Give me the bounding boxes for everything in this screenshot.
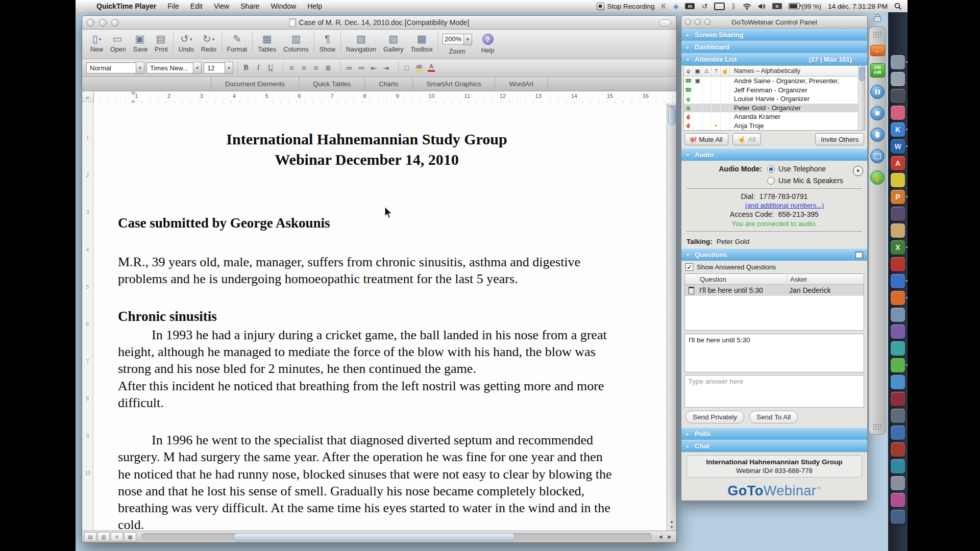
dock-icon[interactable]	[891, 55, 905, 69]
section-questions[interactable]: ▾ Questions	[681, 248, 867, 261]
dock-icon[interactable]	[891, 106, 905, 120]
zoom-button[interactable]	[111, 19, 119, 27]
give-mouse-button[interactable]	[870, 128, 885, 142]
menu-item[interactable]: Edit	[185, 2, 208, 10]
dock-icon[interactable]	[891, 476, 905, 490]
document-page[interactable]: International Hahnemannian Study Group W…	[93, 103, 667, 531]
toolbar-button[interactable]: ✎Format	[224, 32, 251, 53]
asker-column-header[interactable]: Asker	[787, 274, 864, 284]
stop-recording-button[interactable]: Stop Recording	[597, 3, 655, 10]
gallery-tab[interactable]: SmartArt Graphics	[412, 77, 495, 91]
dock-icon[interactable]: P	[891, 190, 905, 204]
format-button[interactable]: U	[264, 62, 277, 73]
attendee-status-column-icon[interactable]: ☝	[721, 66, 730, 76]
attendee-status-column-icon[interactable]: ▣	[693, 66, 702, 76]
horizontal-scroll-thumb[interactable]	[233, 533, 515, 541]
toolbar-button[interactable]: ↺▾Undo	[175, 32, 198, 53]
dock-icon[interactable]	[891, 341, 905, 356]
toolbar-button[interactable]: ¶Show	[316, 32, 339, 53]
scroll-right-arrow[interactable]: ▶	[665, 533, 674, 541]
format-button[interactable]: I	[252, 62, 264, 73]
vertical-scroll-thumb[interactable]	[668, 107, 676, 125]
help-button[interactable]: ?	[482, 34, 494, 45]
dock-icon[interactable]	[891, 442, 905, 457]
attendee-scrollbar[interactable]	[858, 66, 865, 130]
section-dashboard[interactable]: ▸ Dashboard	[681, 41, 867, 53]
unmute-all-button[interactable]: ☝ All	[732, 133, 761, 145]
undock-icon[interactable]	[855, 252, 863, 258]
font-color-button[interactable]: A	[425, 62, 437, 73]
toolbar-button[interactable]: ▭Open	[107, 32, 130, 53]
dock-icon[interactable]	[891, 173, 905, 187]
section-screen-sharing[interactable]: ▸ Screen Sharing	[681, 29, 867, 41]
alignment-button[interactable]: ≣	[322, 62, 334, 73]
gtw-grab-tab[interactable]: ← ONAIR ☝	[869, 27, 886, 435]
dock-icon[interactable]	[891, 274, 905, 288]
dock-icon[interactable]	[891, 89, 905, 103]
dock-icon[interactable]	[891, 493, 905, 507]
view-mode-button[interactable]: ▥	[97, 532, 110, 541]
gallery-tab[interactable]: Charts	[364, 77, 412, 91]
invite-others-button[interactable]: Invite Others	[815, 133, 864, 145]
toolbar-button[interactable]: ▦Tables	[254, 32, 280, 53]
grab-grip[interactable]	[873, 423, 882, 430]
gallery-tab[interactable]: Document Elements	[211, 77, 299, 91]
dock-icon[interactable]	[891, 425, 905, 440]
highlight-button[interactable]: ab	[413, 62, 425, 73]
alignment-button[interactable]: ≡	[298, 62, 310, 73]
dock-icon[interactable]	[891, 392, 905, 406]
change-presenter-button[interactable]	[870, 149, 885, 163]
format-button[interactable]: B	[240, 62, 252, 73]
close-button[interactable]	[87, 19, 94, 27]
menu-item[interactable]: File	[162, 2, 185, 10]
view-mode-button[interactable]: ▤	[84, 532, 96, 541]
send-privately-button[interactable]: Send Privately	[685, 411, 744, 423]
toolbar-button[interactable]: ▯▾New	[87, 32, 107, 53]
use-mic-speakers-radio[interactable]: Use Mic & Speakers	[767, 177, 843, 185]
font-size-combo[interactable]: 12▼	[204, 62, 233, 74]
keyboard-maestro-icon[interactable]: K	[662, 3, 667, 10]
vertical-scroll-arrows[interactable]: ▲▼	[667, 519, 676, 530]
toolbar-button[interactable]: ▩Toolbox	[407, 32, 436, 53]
attendee-row[interactable]: Jeff Feinman - Organizer	[684, 86, 865, 95]
style-combo[interactable]: Normal▼	[86, 62, 144, 74]
menu-item[interactable]: QuickTime Player	[91, 2, 162, 10]
question-row[interactable]: I'll be here until 5:30 Jan Dederick	[685, 285, 864, 296]
zoom-input[interactable]: 200%	[443, 34, 464, 44]
toolbar-button[interactable]: ▨Gallery	[380, 32, 407, 53]
word-title-bar[interactable]: Case of M. R. Dec. 14, 2010.doc [Compati…	[82, 16, 676, 30]
section-polls[interactable]: ▸ Polls	[681, 428, 867, 440]
section-attendee-list[interactable]: ▾ Attendee List (17 | Max 101)	[681, 53, 867, 65]
question-column-header[interactable]: Question	[697, 274, 787, 284]
toolbar-button[interactable]: ▥Columns	[280, 32, 312, 53]
gallery-tab[interactable]: WordArt	[495, 77, 547, 91]
list-indent-button[interactable]: ≔	[343, 62, 355, 73]
toolbar-button[interactable]: ↻▾Redo	[198, 32, 220, 53]
view-mode-button[interactable]: ≡	[111, 532, 123, 541]
questions-table-header[interactable]: Question Asker	[685, 274, 864, 285]
spotlight-icon[interactable]	[894, 3, 901, 10]
attendee-row[interactable]: Ananda Kramer	[684, 112, 865, 121]
menu-bar-clock[interactable]: 14 déc. 7:31:28 PM	[828, 3, 888, 10]
dropbox-icon[interactable]: ◈	[673, 3, 679, 10]
dock-icon[interactable]: K	[891, 122, 905, 137]
toolbar-button[interactable]: ▤Print	[151, 32, 172, 53]
attendee-row[interactable]: Peter Gold - Organizer	[684, 104, 865, 113]
gallery-tab[interactable]: Quick Tables	[299, 77, 364, 91]
volume-icon[interactable]	[758, 3, 766, 10]
attendee-status-column-icon[interactable]: ψ	[684, 66, 693, 76]
time-machine-icon[interactable]: ↺	[701, 3, 707, 10]
attendee-row[interactable]: Louise Harvie - Organizer	[684, 94, 865, 104]
mute-all-button[interactable]: ψ/ Mute All	[684, 133, 728, 145]
dock-icon[interactable]	[891, 459, 905, 473]
raise-hand-button[interactable]: ☝	[870, 170, 885, 185]
show-answered-checkbox[interactable]: ✓	[685, 263, 693, 271]
list-indent-button[interactable]: ≕	[355, 62, 368, 73]
view-mode-button[interactable]: ▦	[124, 532, 136, 541]
horizontal-ruler[interactable]: 12345678910111213141516	[94, 91, 676, 104]
borders-button[interactable]: □	[401, 62, 413, 73]
dock-icon[interactable]: W	[891, 139, 905, 154]
use-telephone-radio[interactable]: Use Telephone	[767, 165, 843, 173]
tab-stop-selector[interactable]: ⌐	[82, 91, 94, 104]
wifi-icon[interactable]	[743, 3, 751, 10]
